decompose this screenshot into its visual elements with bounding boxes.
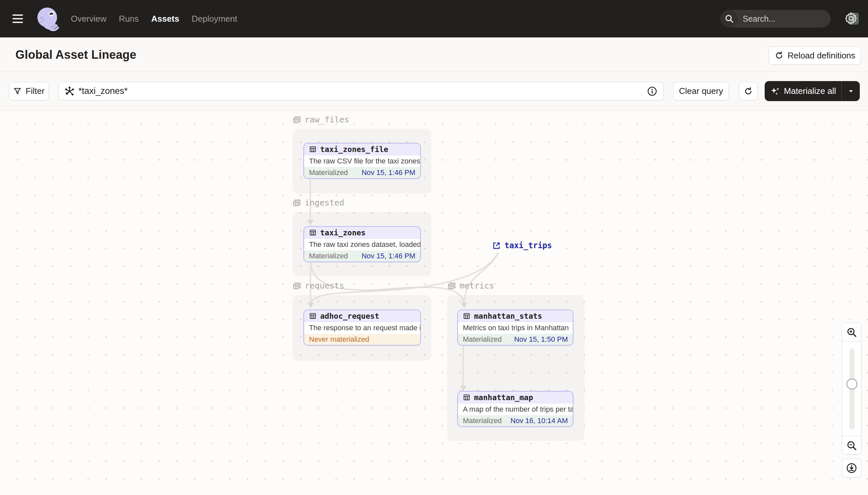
zoom-out-icon	[846, 440, 857, 451]
nav-item-deployment[interactable]: Deployment	[192, 14, 237, 24]
group-tables-icon	[292, 198, 301, 207]
refresh-icon	[744, 87, 753, 96]
group-tables-icon	[447, 281, 456, 290]
asset-name: manhattan_stats	[474, 312, 542, 320]
asset-node-adhoc-request[interactable]: adhoc_request The response to an request…	[303, 309, 421, 346]
asset-graph-icon	[64, 86, 75, 97]
asset-description: The response to an request made in th...	[304, 322, 420, 334]
reload-icon	[775, 51, 784, 60]
materialize-dropdown-caret[interactable]	[842, 81, 860, 101]
asset-description: The raw taxi zones dataset, loaded int..…	[304, 239, 420, 251]
materialize-all-button[interactable]: Materialize all	[765, 81, 860, 101]
nav-item-assets[interactable]: Assets	[151, 14, 179, 24]
page-header: Global Asset Lineage Reload definitions	[0, 37, 868, 71]
reload-definitions-button[interactable]: Reload definitions	[768, 46, 861, 65]
asset-query-input[interactable]	[75, 86, 647, 96]
info-icon[interactable]	[647, 86, 657, 97]
asset-name: taxi_zones	[320, 228, 366, 237]
nav-links: Overview Runs Assets Deployment	[71, 0, 237, 37]
external-asset-taxi-trips[interactable]: taxi_trips	[492, 241, 552, 250]
asset-name: manhattan_map	[474, 393, 533, 402]
asset-node-manhattan-stats[interactable]: manhattan_stats Metrics on taxi trips in…	[457, 309, 573, 346]
group-label-requests[interactable]: requests	[292, 281, 344, 290]
asset-description: The raw CSV file for the taxi zones dat.…	[304, 155, 420, 167]
dagster-logo-icon[interactable]	[34, 5, 62, 33]
zoom-slider[interactable]	[842, 341, 861, 436]
table-icon	[309, 229, 317, 236]
clear-query-button[interactable]: Clear query	[673, 82, 729, 100]
asset-timestamp: Nov 15, 1:46 PM	[361, 252, 415, 260]
asset-status: Materialized	[463, 335, 502, 344]
group-tables-icon	[292, 281, 301, 290]
refresh-graph-button[interactable]	[739, 82, 758, 100]
nav-item-overview[interactable]: Overview	[71, 14, 106, 24]
asset-status: Never materialized	[309, 335, 369, 344]
download-graph-button[interactable]	[842, 459, 862, 478]
table-icon	[309, 312, 317, 320]
search-input[interactable]	[738, 14, 848, 24]
asset-timestamp: Nov 15, 1:50 PM	[514, 335, 568, 344]
asset-node-taxi-zones[interactable]: taxi_zones The raw taxi zones dataset, l…	[303, 226, 421, 262]
lineage-canvas[interactable]: raw_files ingested requests metrics taxi…	[0, 111, 868, 495]
asset-node-taxi-zones-file[interactable]: taxi_zones_file The raw CSV file for the…	[303, 143, 421, 179]
table-icon	[463, 312, 471, 320]
asset-description: Metrics on taxi trips in Manhattan	[458, 322, 573, 334]
group-label-metrics[interactable]: metrics	[447, 281, 494, 290]
zoom-in-button[interactable]	[842, 323, 861, 341]
settings-gear-icon[interactable]	[844, 11, 858, 25]
zoom-controls	[842, 323, 862, 455]
zoom-slider-handle[interactable]	[846, 378, 857, 390]
table-icon	[463, 394, 471, 401]
asset-description: A map of the number of trips per taxi z.…	[458, 404, 573, 415]
asset-name: taxi_zones_file	[320, 145, 388, 154]
group-label-raw-files[interactable]: raw_files	[292, 115, 349, 124]
external-link-icon	[492, 241, 501, 250]
asset-status: Materialized	[309, 252, 348, 260]
asset-selection-input[interactable]	[58, 82, 663, 100]
asset-node-manhattan-map[interactable]: manhattan_map A map of the number of tri…	[457, 391, 573, 427]
asset-status: Materialized	[463, 416, 502, 425]
filter-funnel-icon	[13, 87, 22, 96]
asset-timestamp: Nov 16, 10:14 AM	[510, 416, 568, 425]
chevron-down-icon	[848, 88, 854, 95]
zoom-in-icon	[846, 327, 857, 338]
zoom-out-button[interactable]	[842, 436, 861, 454]
page-title: Global Asset Lineage	[15, 48, 137, 62]
asset-name: adhoc_request	[320, 312, 379, 320]
lineage-toolbar: Filter Clear query Materialize all	[0, 72, 868, 110]
table-icon	[309, 146, 317, 153]
sparkle-icon	[770, 86, 780, 96]
asset-status: Materialized	[309, 168, 348, 177]
top-nav: Overview Runs Assets Deployment /	[0, 0, 868, 37]
group-tables-icon	[292, 115, 301, 124]
search-bar[interactable]: /	[720, 10, 831, 28]
filter-button[interactable]: Filter	[9, 82, 49, 100]
search-icon	[720, 10, 738, 28]
download-icon	[846, 462, 857, 474]
nav-item-runs[interactable]: Runs	[119, 14, 139, 24]
edge-taxi-trips-to-manhattan-stats	[464, 252, 498, 303]
asset-timestamp: Nov 15, 1:46 PM	[361, 168, 415, 177]
group-label-ingested[interactable]: ingested	[292, 198, 344, 207]
hamburger-menu-icon[interactable]	[13, 13, 24, 24]
lineage-edges	[0, 111, 868, 495]
